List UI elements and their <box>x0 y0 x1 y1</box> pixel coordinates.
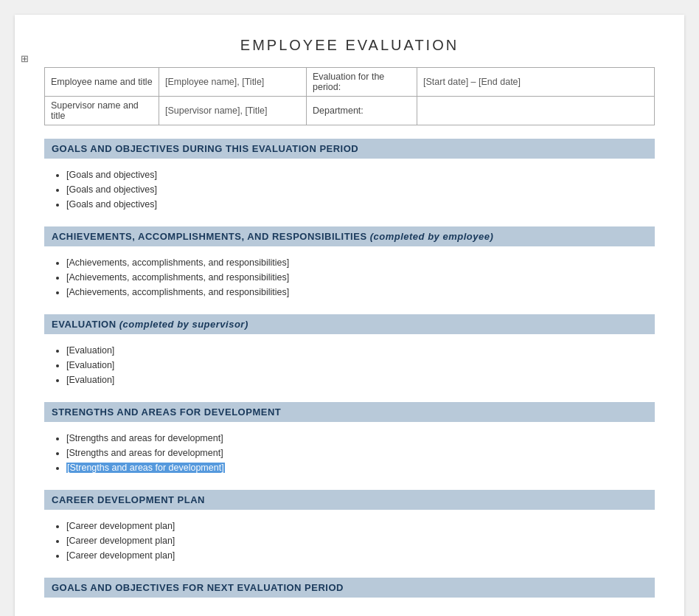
list-item[interactable]: [Strengths and areas for development] <box>66 460 655 475</box>
section-career: CAREER DEVELOPMENT PLAN[Career developme… <box>44 490 655 566</box>
section-list-career: [Career development plan][Career develop… <box>66 516 655 566</box>
section-header-plain-evaluation: EVALUATION <box>52 319 119 330</box>
section-header-italic-evaluation: (completed by supervisor) <box>119 319 248 330</box>
supervisor-label: Supervisor name and title <box>45 97 159 125</box>
table-expand-icon[interactable]: ⊞ <box>21 53 29 64</box>
section-header-plain-achievements: ACHIEVEMENTS, ACCOMPLISHMENTS, AND RESPO… <box>52 231 370 242</box>
page: ⊞ EMPLOYEE EVALUATION Employee name and … <box>15 15 684 616</box>
sections-container: GOALS AND OBJECTIVES DURING THIS EVALUAT… <box>44 139 655 598</box>
section-list-evaluation: [Evaluation][Evaluation][Evaluation] <box>66 340 655 390</box>
list-item[interactable]: [Goals and objectives] <box>66 197 655 212</box>
list-item[interactable]: [Achievements, accomplishments, and resp… <box>66 270 655 285</box>
section-list-goals: [Goals and objectives][Goals and objecti… <box>66 165 655 215</box>
list-item[interactable]: [Evaluation] <box>66 373 655 387</box>
list-item[interactable]: [Career development plan] <box>66 533 655 548</box>
section-achievements: ACHIEVEMENTS, ACCOMPLISHMENTS, AND RESPO… <box>44 226 655 302</box>
section-header-goals: GOALS AND OBJECTIVES DURING THIS EVALUAT… <box>44 139 655 159</box>
list-item[interactable]: [Evaluation] <box>66 358 655 373</box>
page-title: EMPLOYEE EVALUATION <box>44 37 655 54</box>
list-item[interactable]: [Goals and objectives] <box>66 167 655 182</box>
section-header-achievements: ACHIEVEMENTS, ACCOMPLISHMENTS, AND RESPO… <box>44 226 655 246</box>
list-item[interactable]: [Goals and objectives] <box>66 182 655 197</box>
department-value[interactable] <box>417 97 655 125</box>
section-header-evaluation: EVALUATION (completed by supervisor) <box>44 314 655 334</box>
department-label: Department: <box>307 97 417 125</box>
list-item[interactable]: [Career development plan] <box>66 548 655 563</box>
employee-label: Employee name and title <box>45 68 159 97</box>
section-header-strengths: STRENGTHS AND AREAS FOR DEVELOPMENT <box>44 402 655 422</box>
list-item[interactable]: [Strengths and areas for development] <box>66 446 655 460</box>
section-next_goals: GOALS AND OBJECTIVES FOR NEXT EVALUATION… <box>44 578 655 598</box>
section-header-italic-achievements: (completed by employee) <box>370 231 494 242</box>
period-value[interactable]: [Start date] – [End date] <box>417 68 655 97</box>
list-item[interactable]: [Evaluation] <box>66 343 655 358</box>
list-item[interactable]: [Achievements, accomplishments, and resp… <box>66 285 655 300</box>
list-item[interactable]: [Career development plan] <box>66 519 655 533</box>
section-evaluation: EVALUATION (completed by supervisor)[Eva… <box>44 314 655 390</box>
section-header-next_goals: GOALS AND OBJECTIVES FOR NEXT EVALUATION… <box>44 578 655 598</box>
list-item[interactable]: [Strengths and areas for development] <box>66 431 655 446</box>
table-row: Supervisor name and title [Supervisor na… <box>45 97 655 125</box>
info-table: Employee name and title [Employee name],… <box>44 67 655 125</box>
section-list-strengths: [Strengths and areas for development][St… <box>66 428 655 478</box>
employee-value[interactable]: [Employee name], [Title] <box>159 68 307 97</box>
period-label: Evaluation for the period: <box>307 68 417 97</box>
table-row: Employee name and title [Employee name],… <box>45 68 655 97</box>
list-item[interactable]: [Achievements, accomplishments, and resp… <box>66 255 655 270</box>
section-strengths: STRENGTHS AND AREAS FOR DEVELOPMENT[Stre… <box>44 402 655 478</box>
section-goals: GOALS AND OBJECTIVES DURING THIS EVALUAT… <box>44 139 655 215</box>
section-list-achievements: [Achievements, accomplishments, and resp… <box>66 252 655 302</box>
supervisor-value[interactable]: [Supervisor name], [Title] <box>159 97 307 125</box>
section-header-career: CAREER DEVELOPMENT PLAN <box>44 490 655 510</box>
